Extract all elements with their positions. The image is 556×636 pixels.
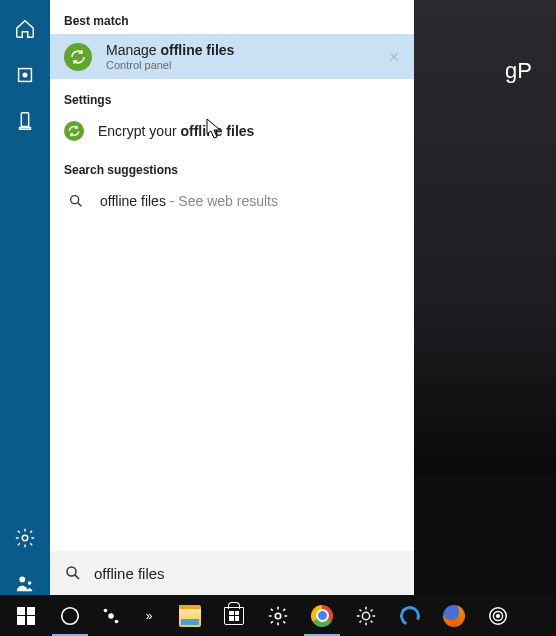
chevron-right-icon: » — [146, 609, 153, 623]
search-results-panel: Best match Manage offline files Control … — [50, 0, 414, 595]
firefox-icon — [443, 605, 465, 627]
store-icon — [224, 607, 244, 625]
svg-point-5 — [19, 576, 25, 582]
svg-point-6 — [28, 581, 32, 585]
search-input[interactable] — [94, 565, 400, 582]
best-match-title: Manage offline files — [106, 42, 234, 58]
web-result[interactable]: offline files - See web results — [50, 183, 414, 219]
settings-header: Settings — [50, 79, 414, 113]
taskbar-expand[interactable]: » — [130, 595, 168, 636]
svg-point-4 — [22, 535, 28, 541]
sun-icon — [355, 605, 377, 627]
cortana-icon — [59, 605, 81, 627]
svg-point-14 — [362, 612, 369, 619]
web-result-text: offline files - See web results — [100, 193, 278, 209]
start-left-rail — [0, 0, 50, 595]
best-match-result[interactable]: Manage offline files Control panel ✕ — [50, 34, 414, 79]
suggestions-header: Search suggestions — [50, 149, 414, 183]
windows-icon — [17, 607, 35, 625]
best-match-header: Best match — [50, 0, 414, 34]
folder-icon — [179, 605, 201, 627]
device-icon[interactable] — [14, 110, 36, 132]
svg-rect-2 — [21, 113, 28, 127]
search-icon — [68, 193, 84, 209]
taskbar-store[interactable] — [212, 595, 256, 636]
start-button[interactable] — [4, 595, 48, 636]
svg-point-12 — [115, 619, 119, 623]
close-icon[interactable]: ✕ — [388, 49, 400, 65]
taskbar: » — [0, 595, 556, 636]
taskbar-settings[interactable] — [256, 595, 300, 636]
taskbar-edge[interactable] — [388, 595, 432, 636]
svg-point-9 — [62, 607, 79, 624]
taskbar-app-origin[interactable] — [92, 595, 130, 636]
chrome-icon — [311, 605, 333, 627]
taskbar-firefox[interactable] — [432, 595, 476, 636]
search-icon — [64, 564, 82, 582]
spiral-icon — [487, 605, 509, 627]
sync-icon — [64, 43, 92, 71]
settings-result-title: Encrypt your offline files — [98, 123, 254, 139]
svg-point-10 — [108, 613, 114, 619]
sync-icon — [64, 121, 84, 141]
taskbar-file-explorer[interactable] — [168, 595, 212, 636]
gear-icon[interactable] — [14, 527, 36, 549]
gear-icon — [267, 605, 289, 627]
home-icon[interactable] — [14, 18, 36, 40]
desktop-watermark: gP — [505, 58, 532, 84]
svg-rect-3 — [20, 127, 31, 129]
svg-point-1 — [23, 73, 27, 77]
svg-point-13 — [275, 613, 281, 619]
taskbar-flux[interactable] — [344, 595, 388, 636]
desktop-wallpaper: gP — [414, 0, 556, 595]
search-box[interactable] — [50, 551, 414, 595]
best-match-subtitle: Control panel — [106, 59, 234, 71]
cortana-button[interactable] — [48, 595, 92, 636]
svg-point-8 — [67, 567, 76, 576]
taskbar-chrome[interactable] — [300, 595, 344, 636]
collection-icon[interactable] — [14, 64, 36, 86]
app-icon — [100, 605, 122, 627]
account-icon[interactable] — [14, 573, 36, 595]
edge-icon — [397, 603, 423, 629]
svg-point-17 — [497, 614, 500, 617]
svg-point-7 — [71, 196, 79, 204]
settings-result[interactable]: Encrypt your offline files — [50, 113, 414, 149]
taskbar-app-whirl[interactable] — [476, 595, 520, 636]
svg-point-11 — [104, 608, 108, 612]
